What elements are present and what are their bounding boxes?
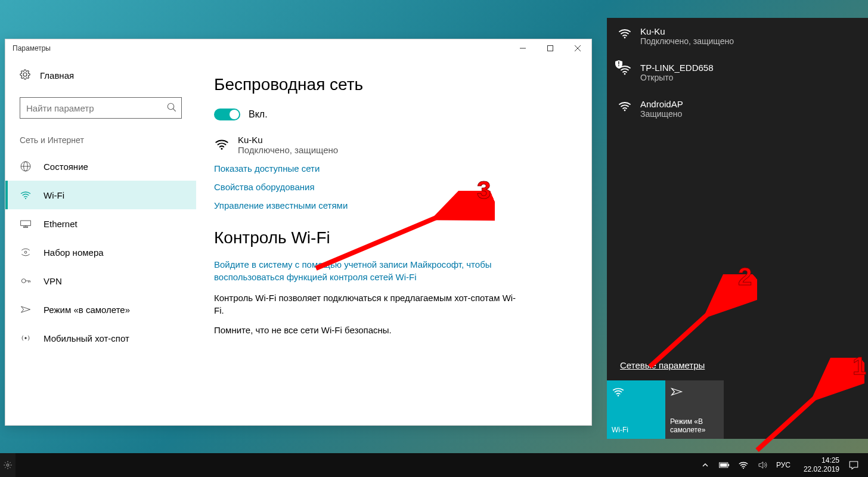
annotation-number-2: 2 <box>738 262 752 291</box>
wifi-remember: Помните, что не все сети Wi-Fi безопасны… <box>214 324 524 336</box>
system-tray: РУС 14:25 22.02.2019 <box>700 456 839 474</box>
link-available-networks[interactable]: Показать доступные сети <box>214 163 574 174</box>
globe-icon <box>20 160 32 172</box>
network-flyout: Ku-Ku Подключено, защищено ! TP-LINK_EDD… <box>607 18 868 439</box>
date: 22.02.2019 <box>804 465 839 474</box>
vpn-icon <box>20 275 32 287</box>
wifi-toggle[interactable] <box>214 109 240 120</box>
link-manage-known[interactable]: Управление известными сетями <box>214 200 574 210</box>
close-button[interactable] <box>564 39 591 57</box>
wifi-icon <box>618 99 632 119</box>
network-settings-link[interactable]: Сетевые параметры <box>620 360 705 370</box>
svg-point-4 <box>168 103 174 110</box>
svg-rect-11 <box>24 227 28 228</box>
action-center-icon[interactable] <box>843 453 864 477</box>
link-hardware-props[interactable]: Свойства оборудования <box>214 182 574 192</box>
nav-vpn[interactable]: VPN <box>5 267 196 295</box>
nav-label: Режим «в самолете» <box>44 305 130 315</box>
annotation-number-3: 3 <box>477 176 491 205</box>
flyout-net-status: Открыто <box>640 73 714 82</box>
nav-airplane[interactable]: Режим «в самолете» <box>5 295 196 324</box>
airplane-icon <box>670 385 719 398</box>
quick-tiles: Wi-Fi Режим «В самолете» <box>607 380 724 439</box>
svg-point-20 <box>624 110 626 111</box>
nav-label: Ethernet <box>44 219 78 229</box>
network-status: Подключено, защищено <box>238 145 338 155</box>
minimize-button[interactable] <box>509 39 537 57</box>
tile-wifi[interactable]: Wi-Fi <box>607 380 665 439</box>
clock[interactable]: 14:25 22.02.2019 <box>804 456 839 474</box>
nav-label: VPN <box>44 276 62 286</box>
hotspot-icon <box>20 332 32 344</box>
annotation-number-1: 1 <box>852 352 866 380</box>
tile-label: Wi-Fi <box>612 426 661 434</box>
nav-wifi[interactable]: Wi-Fi <box>5 181 196 209</box>
flyout-net-name: TP-LINK_EDD658 <box>640 63 714 73</box>
nav-label: Состояние <box>44 162 88 172</box>
flyout-network-item[interactable]: AndroidAP Защищено <box>607 91 868 127</box>
nav-ethernet[interactable]: Ethernet <box>5 209 196 238</box>
settings-window: Параметры Главная <box>5 39 592 426</box>
heading-wireless: Беспроводная сеть <box>214 75 574 94</box>
svg-point-25 <box>743 467 744 469</box>
volume-icon[interactable] <box>757 460 768 470</box>
nav-dialup[interactable]: Набор номера <box>5 238 196 267</box>
wifi-icon <box>612 385 661 398</box>
tray-chevron-icon[interactable] <box>700 460 711 470</box>
category-label: Сеть и Интернет <box>5 119 196 152</box>
wifi-tray-icon[interactable] <box>738 460 749 470</box>
svg-rect-10 <box>21 221 31 225</box>
search-icon <box>166 102 177 115</box>
nav-hotspot[interactable]: Мобильный хот-спот <box>5 324 196 352</box>
home-link[interactable]: Главная <box>5 63 196 88</box>
time: 14:25 <box>804 456 839 465</box>
nav-label: Мобильный хот-спот <box>44 333 129 343</box>
wifi-control-desc: Контроль Wi-Fi позволяет подключаться к … <box>214 292 524 317</box>
language-indicator[interactable]: РУС <box>776 461 790 469</box>
svg-line-5 <box>173 109 176 111</box>
wifi-icon <box>214 137 230 154</box>
svg-point-16 <box>221 148 222 150</box>
airplane-icon <box>20 303 32 315</box>
home-label: Главная <box>40 70 74 80</box>
svg-rect-23 <box>728 464 729 466</box>
gear-icon <box>20 69 30 82</box>
svg-point-17 <box>624 37 626 39</box>
taskbar-left-gear[interactable] <box>0 453 16 477</box>
flyout-network-item[interactable]: ! TP-LINK_EDD658 Открыто <box>607 54 868 91</box>
flyout-net-status: Защищено <box>640 109 683 119</box>
sidebar: Главная Сеть и Интернет Состояние Wi- <box>5 57 196 425</box>
heading-wifi-control: Контроль Wi-Fi <box>214 228 574 247</box>
tile-airplane[interactable]: Режим «В самолете» <box>665 380 724 439</box>
current-network[interactable]: Ku-Ku Подключено, защищено <box>214 135 574 155</box>
svg-point-9 <box>25 198 26 199</box>
svg-point-19 <box>624 73 626 75</box>
search-input[interactable] <box>20 97 182 119</box>
flyout-network-item[interactable]: Ku-Ku Подключено, защищено <box>607 18 868 54</box>
flyout-net-status: Подключено, защищено <box>640 36 734 46</box>
battery-icon[interactable] <box>719 460 730 470</box>
wifi-icon <box>618 26 632 46</box>
network-name: Ku-Ku <box>238 135 338 145</box>
wifi-icon <box>20 189 32 201</box>
flyout-net-name: Ku-Ku <box>640 26 734 36</box>
taskbar: РУС 14:25 22.02.2019 <box>0 453 868 477</box>
svg-point-13 <box>24 251 27 253</box>
svg-text:!: ! <box>618 61 619 67</box>
ethernet-icon <box>20 218 32 230</box>
nav-status[interactable]: Состояние <box>5 152 196 181</box>
maximize-button[interactable] <box>537 39 564 57</box>
window-title: Параметры <box>13 44 51 52</box>
search-wrap <box>20 97 182 119</box>
nav-label: Wi-Fi <box>44 190 64 200</box>
svg-point-14 <box>21 279 26 283</box>
svg-point-15 <box>24 337 26 339</box>
nav-label: Набор номера <box>44 247 104 258</box>
link-signin-ms[interactable]: Войдите в систему с помощью учетной запи… <box>214 258 524 283</box>
svg-rect-24 <box>720 463 727 466</box>
svg-point-26 <box>7 464 9 466</box>
tile-label: Режим «В самолете» <box>670 417 719 434</box>
toggle-label: Вкл. <box>249 109 268 120</box>
svg-rect-1 <box>548 46 553 51</box>
titlebar: Параметры <box>5 39 591 57</box>
